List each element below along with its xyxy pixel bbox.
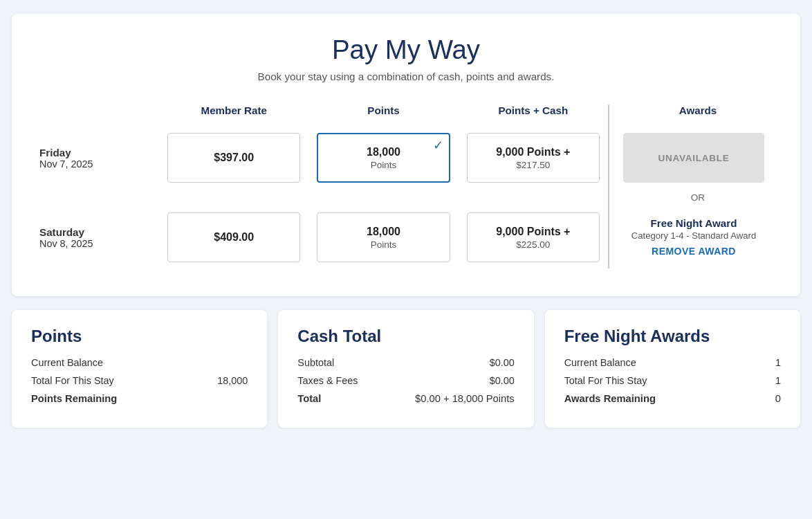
award-box-saturday: Free Night Award Category 1-4 - Standard… bbox=[623, 212, 764, 263]
awards-total-stay-value: 1 bbox=[775, 375, 781, 386]
cash-taxes-value: $0.00 bbox=[490, 375, 515, 386]
cash-total-value: $0.00 + 18,000 Points bbox=[415, 393, 515, 404]
col-header-awards: Awards bbox=[608, 104, 773, 127]
date-cell-saturday: Saturday Nov 8, 2025 bbox=[39, 206, 159, 268]
points-cash-cell-saturday[interactable]: 9,000 Points + $225.00 bbox=[459, 206, 608, 268]
points-cash-value-saturday: 9,000 Points + bbox=[496, 226, 570, 238]
unavailable-box-friday: UNAVAILABLE bbox=[623, 133, 764, 183]
member-rate-box-friday[interactable]: $397.00 bbox=[167, 133, 300, 183]
awards-cell-friday: UNAVAILABLE bbox=[608, 127, 773, 188]
date-cell-friday: Friday Nov 7, 2025 bbox=[39, 127, 159, 188]
points-cash-box-saturday[interactable]: 9,000 Points + $225.00 bbox=[467, 212, 600, 262]
member-rate-cell-saturday[interactable]: $409.00 bbox=[159, 206, 308, 268]
points-summary-card: Points Current Balance Total For This St… bbox=[12, 310, 267, 428]
awards-total-stay-row: Total For This Stay 1 bbox=[564, 375, 781, 386]
awards-total-stay-label: Total For This Stay bbox=[564, 375, 647, 386]
remove-award-button[interactable]: REMOVE AWARD bbox=[652, 246, 736, 257]
points-cell-friday[interactable]: ✓ 18,000 Points bbox=[308, 127, 458, 188]
points-cash-cash-friday: $217.50 bbox=[516, 160, 550, 170]
cash-card-title: Cash Total bbox=[297, 327, 514, 346]
points-card-title: Points bbox=[31, 327, 248, 346]
points-box-saturday[interactable]: 18,000 Points bbox=[317, 212, 450, 262]
awards-current-balance-value: 1 bbox=[775, 357, 781, 368]
award-desc-saturday: Category 1-4 - Standard Award bbox=[623, 230, 764, 241]
day-label-friday: Friday bbox=[39, 147, 151, 158]
awards-summary-card: Free Night Awards Current Balance 1 Tota… bbox=[545, 310, 800, 428]
col-header-member-rate: Member Rate bbox=[159, 104, 308, 127]
page-subtitle: Book your stay using a combination of ca… bbox=[39, 71, 773, 82]
points-cash-cell-friday[interactable]: 9,000 Points + $217.50 bbox=[459, 127, 608, 188]
cash-total-label: Total bbox=[297, 393, 321, 404]
cash-subtotal-label: Subtotal bbox=[297, 357, 334, 368]
table-row: Friday Nov 7, 2025 $397.00 ✓ 18,000 Poin… bbox=[39, 127, 773, 188]
unavailable-label-friday: UNAVAILABLE bbox=[658, 153, 730, 163]
date-label-friday: Nov 7, 2025 bbox=[39, 158, 151, 170]
main-panel: Pay My Way Book your stay using a combin… bbox=[12, 14, 800, 296]
awards-remaining-value: 0 bbox=[775, 393, 781, 404]
cash-subtotal-value: $0.00 bbox=[490, 357, 515, 368]
member-rate-box-saturday[interactable]: $409.00 bbox=[167, 212, 300, 262]
points-total-stay-label: Total For This Stay bbox=[31, 375, 114, 386]
points-current-balance-row: Current Balance bbox=[31, 357, 248, 368]
award-title-saturday: Free Night Award bbox=[623, 217, 764, 229]
points-total-stay-row: Total For This Stay 18,000 bbox=[31, 375, 248, 386]
awards-current-balance-row: Current Balance 1 bbox=[564, 357, 781, 368]
awards-remaining-label: Awards Remaining bbox=[564, 393, 656, 404]
rate-table: Member Rate Points Points + Cash Awards … bbox=[39, 104, 773, 268]
points-current-balance-label: Current Balance bbox=[31, 357, 103, 368]
member-rate-value-saturday: $409.00 bbox=[214, 231, 254, 244]
points-cash-cash-saturday: $225.00 bbox=[516, 239, 550, 250]
table-row: Saturday Nov 8, 2025 $409.00 18,000 Poin… bbox=[39, 206, 773, 268]
cash-subtotal-row: Subtotal $0.00 bbox=[297, 357, 514, 368]
awards-cell-saturday: Free Night Award Category 1-4 - Standard… bbox=[608, 206, 773, 268]
cash-summary-card: Cash Total Subtotal $0.00 Taxes & Fees $… bbox=[278, 310, 533, 428]
cash-taxes-label: Taxes & Fees bbox=[297, 375, 358, 386]
day-label-saturday: Saturday bbox=[39, 226, 151, 238]
or-cell: OR bbox=[608, 188, 773, 206]
member-rate-value-friday: $397.00 bbox=[214, 152, 254, 164]
points-value-saturday: 18,000 bbox=[367, 226, 400, 238]
cash-total-row: Total $0.00 + 18,000 Points bbox=[297, 393, 514, 404]
points-cell-saturday[interactable]: 18,000 Points bbox=[308, 206, 458, 268]
summary-row: Points Current Balance Total For This St… bbox=[12, 310, 800, 428]
col-header-date bbox=[39, 104, 159, 127]
cash-taxes-row: Taxes & Fees $0.00 bbox=[297, 375, 514, 386]
points-total-stay-value: 18,000 bbox=[217, 375, 248, 386]
points-cash-value-friday: 9,000 Points + bbox=[496, 146, 570, 158]
awards-remaining-row: Awards Remaining 0 bbox=[564, 393, 781, 404]
member-rate-cell-friday[interactable]: $397.00 bbox=[159, 127, 308, 188]
points-remaining-label: Points Remaining bbox=[31, 393, 117, 404]
col-header-points: Points bbox=[308, 104, 458, 127]
awards-current-balance-label: Current Balance bbox=[564, 357, 636, 368]
or-row: OR bbox=[39, 188, 773, 206]
points-cash-box-friday[interactable]: 9,000 Points + $217.50 bbox=[467, 133, 600, 183]
points-label-friday: Points bbox=[371, 160, 397, 170]
col-header-points-cash: Points + Cash bbox=[459, 104, 608, 127]
check-icon-friday: ✓ bbox=[433, 138, 443, 153]
page-title: Pay My Way bbox=[39, 35, 773, 65]
date-label-saturday: Nov 8, 2025 bbox=[39, 238, 151, 249]
points-box-friday[interactable]: ✓ 18,000 Points bbox=[317, 133, 450, 183]
points-value-friday: 18,000 bbox=[367, 146, 400, 158]
points-label-saturday: Points bbox=[371, 239, 397, 250]
or-label: OR bbox=[691, 192, 705, 203]
points-remaining-row: Points Remaining bbox=[31, 393, 248, 404]
awards-card-title: Free Night Awards bbox=[564, 327, 781, 346]
